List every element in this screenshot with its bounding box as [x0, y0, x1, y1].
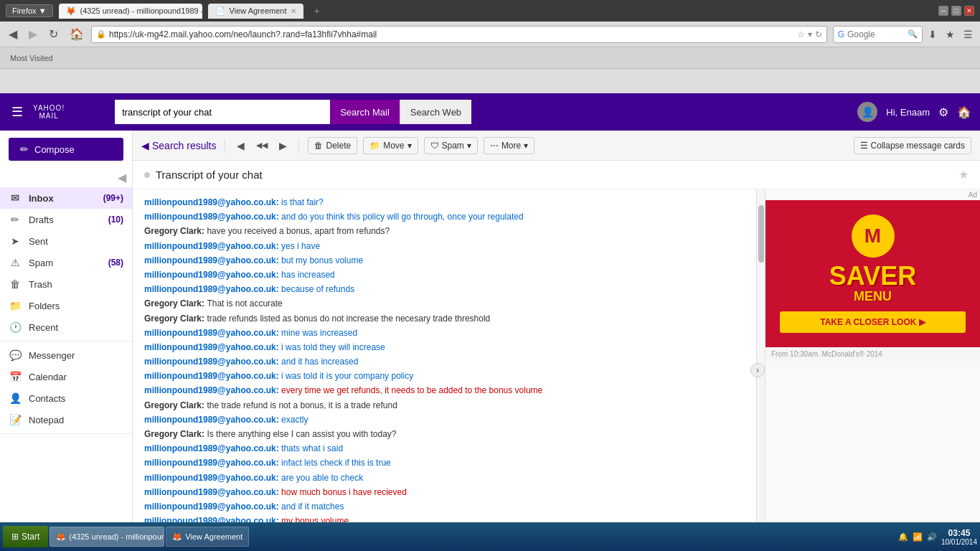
google-search-input[interactable] [847, 29, 905, 39]
new-tab-button[interactable]: + [309, 4, 324, 18]
chat-sender: millionpound1989@yahoo.co.uk: [144, 284, 281, 294]
chat-sender: millionpound1989@yahoo.co.uk: [144, 458, 281, 468]
forward-button[interactable]: ▶ [24, 26, 42, 42]
yahoo-header: ☰ YAHOO! MAIL Search Mail Search Web 👤 H… [0, 93, 980, 131]
delete-button[interactable]: 🗑 Delete [308, 137, 357, 154]
sidebar-item-spam[interactable]: ⚠ Spam (58) [0, 252, 132, 273]
collapse-panel-button[interactable]: › [750, 363, 765, 377]
minimize-button[interactable]: ─ [938, 6, 948, 16]
tab-2-close[interactable]: ✕ [291, 7, 296, 15]
sidebar-item-recent[interactable]: 🕐 Recent [0, 316, 132, 338]
collapse-messages-button[interactable]: ☰ Collapse message cards [854, 137, 971, 154]
drafts-icon: ✏ [9, 214, 22, 225]
collapse-label: Collapse message cards [871, 141, 965, 151]
greeting-text: Hi, Enaam [886, 107, 930, 118]
spam-button[interactable]: 🛡 Spam ▾ [424, 137, 478, 154]
taskbar-tab-2-label: View Agreement [185, 532, 242, 541]
sent-icon: ➤ [9, 235, 22, 247]
next-message-button[interactable]: ▶ [276, 138, 290, 153]
chat-sender: Gregory Clark: [144, 400, 207, 410]
star-icon[interactable]: ★ [958, 168, 969, 182]
email-toolbar: ◀ Search results ◀ ◀◀ ▶ 🗑 Delete 📁 Move … [133, 131, 980, 161]
sidebar-item-folders[interactable]: 📁 Folders [0, 295, 132, 316]
bookmark-star-icon[interactable]: ☆ [797, 29, 805, 39]
sidebar-item-inbox[interactable]: ✉ Inbox (99+) [0, 187, 132, 209]
message-subject-bar: Transcript of your chat ★ [133, 161, 980, 189]
extra-toolbar-item[interactable]: Most Visited [6, 52, 57, 64]
browser-tab-1[interactable]: 🦊 (4325 unread) - millionpound1989 - Y..… [59, 4, 202, 19]
ad-cta-button[interactable]: TAKE A CLOSER LOOK ▶ [780, 311, 966, 333]
sidebar-item-notepad[interactable]: 📝 Notepad [0, 409, 132, 430]
bookmark-down-icon[interactable]: ▾ [808, 29, 812, 39]
more-button[interactable]: ⋯ More ▾ [484, 137, 534, 154]
prev-message-button[interactable]: ◀ [234, 138, 248, 153]
downloads-button[interactable]: ⬇ [925, 27, 940, 42]
chat-sender: Gregory Clark: [144, 298, 207, 309]
scrollbar-thumb[interactable] [758, 205, 764, 263]
google-search-icon[interactable]: 🔍 [908, 29, 918, 39]
chat-sender: millionpound1989@yahoo.co.uk: [144, 342, 281, 352]
chat-message: have you received a bonus, apart from re… [207, 226, 390, 236]
browser-tab-2[interactable]: 📄 View Agreement ✕ [208, 4, 304, 19]
chat-line: millionpound1989@yahoo.co.uk: thats what… [144, 442, 745, 456]
calendar-label: Calendar [29, 372, 123, 382]
chat-message: are you able to check [281, 473, 363, 483]
menu-button[interactable]: ☰ [961, 27, 976, 42]
search-mail-button[interactable]: Search Mail [330, 100, 400, 124]
move-chevron-icon: ▾ [407, 141, 412, 151]
maximize-button[interactable]: □ [951, 6, 961, 16]
refresh-icon[interactable]: ↻ [815, 29, 822, 39]
taskbar-notification-icon[interactable]: 🔔 [898, 532, 908, 542]
spam-shield-icon: 🛡 [430, 141, 439, 151]
sidebar-item-messenger[interactable]: 💬 Messenger [0, 344, 132, 366]
bookmarks-button[interactable]: ★ [943, 27, 958, 42]
taskbar-tab-2[interactable]: 🦊 View Agreement [166, 527, 249, 547]
chat-message: infact lets check if this is true [281, 458, 391, 468]
chat-line: Gregory Clark: Is there anything else I … [144, 428, 745, 441]
back-button[interactable]: ◀ [4, 26, 22, 42]
taskbar-time: 03:45 [941, 528, 977, 538]
home-nav-button[interactable]: 🏠 [65, 26, 88, 42]
sidebar-item-contacts[interactable]: 👤 Contacts [0, 387, 132, 409]
chat-message: That is not accurate [207, 298, 282, 309]
sidebar-item-drafts[interactable]: ✏ Drafts (10) [0, 209, 132, 230]
header-right: 👤 Hi, Enaam ⚙ 🏠 [857, 102, 971, 122]
sidebar-item-calendar[interactable]: 📅 Calendar [0, 366, 132, 387]
email-body[interactable]: millionpound1989@yahoo.co.uk: is that fa… [133, 189, 756, 551]
spam-chevron-icon: ▾ [467, 141, 471, 151]
taskbar-volume-icon[interactable]: 🔊 [927, 532, 937, 542]
prev-prev-message-button[interactable]: ◀◀ [253, 139, 270, 151]
search-web-button[interactable]: Search Web [400, 100, 471, 124]
taskbar-tab-1[interactable]: 🦊 (4325 unread) - millionpound1989 - Y..… [50, 527, 164, 547]
settings-icon[interactable]: ⚙ [938, 105, 948, 119]
messenger-label: Messenger [29, 350, 123, 361]
back-to-search-button[interactable]: ◀ Search results [141, 140, 216, 151]
more-chevron-icon: ▾ [524, 141, 528, 151]
chat-line: millionpound1989@yahoo.co.uk: and do you… [144, 210, 745, 224]
reload-button[interactable]: ↻ [44, 26, 62, 42]
compose-button[interactable]: ✏ Compose [9, 138, 123, 161]
yahoo-home-icon[interactable]: 🏠 [957, 105, 971, 119]
trash-label: Trash [29, 279, 123, 290]
taskbar-network-icon[interactable]: 📶 [913, 532, 923, 542]
move-button[interactable]: 📁 Move ▾ [363, 137, 418, 154]
start-button[interactable]: ⊞ Start [3, 526, 48, 547]
ad-subtitle: MENU [854, 289, 892, 304]
delete-icon: 🗑 [314, 141, 323, 151]
hamburger-icon[interactable]: ☰ [9, 101, 26, 123]
url-input[interactable] [109, 29, 794, 39]
chat-line: millionpound1989@yahoo.co.uk: and it has… [144, 355, 745, 369]
email-view: ◀ Search results ◀ ◀◀ ▶ 🗑 Delete 📁 Move … [133, 131, 980, 551]
chat-message: every time we get refunds, it needs to b… [281, 385, 542, 395]
search-input[interactable] [115, 100, 330, 124]
sidebar-toggle[interactable]: ◀ [0, 168, 132, 187]
taskbar-clock: 03:45 10/01/2014 [941, 528, 977, 546]
firefox-menu-button[interactable]: Firefox ▼ [6, 4, 53, 17]
close-button[interactable]: ✕ [964, 6, 974, 16]
chat-line: Gregory Clark: have you received a bonus… [144, 225, 745, 238]
recent-icon: 🕐 [9, 321, 22, 333]
sidebar-item-sent[interactable]: ➤ Sent [0, 230, 132, 252]
chat-sender: Gregory Clark: [144, 226, 207, 236]
sidebar-item-trash[interactable]: 🗑 Trash [0, 273, 132, 295]
chat-sender: millionpound1989@yahoo.co.uk: [144, 197, 281, 207]
